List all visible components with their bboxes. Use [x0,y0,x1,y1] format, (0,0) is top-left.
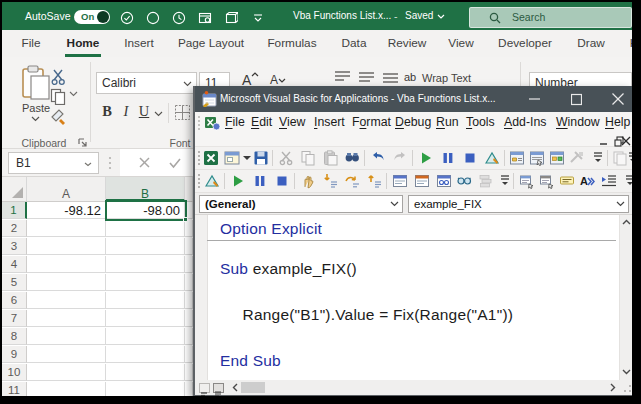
procedure-view-button[interactable] [199,383,210,393]
vba-maximize-button[interactable] [561,86,591,112]
cell-A6[interactable] [27,292,106,309]
row-header-4[interactable]: 4 [2,256,27,273]
tab-file[interactable]: File [16,30,46,57]
cell-C3[interactable] [185,238,193,255]
redo-button-icon[interactable] [392,150,408,166]
column-header-a[interactable]: A [27,177,106,201]
quick-watch-button-icon[interactable] [456,173,472,189]
row-header-9[interactable]: 9 [2,346,27,363]
row-header-1[interactable]: 1 [2,202,27,219]
cell-A2[interactable] [27,220,106,237]
cell-B8[interactable] [106,328,185,345]
vba-menu-insert[interactable]: Insert [314,112,345,133]
align-middle-icon[interactable] [358,70,376,86]
cell-C10[interactable] [185,364,193,381]
insert-userform-button-icon[interactable] [224,150,240,166]
indent-button-icon[interactable] [601,173,617,189]
horizontal-scroll-thumb[interactable] [241,382,265,393]
locals-window-button-icon[interactable] [392,173,408,189]
vba-menu-file[interactable]: File [225,112,245,133]
cell-C8[interactable] [185,328,193,345]
cell-B10[interactable] [106,364,185,381]
column-header-partial[interactable] [185,177,193,201]
cell-C5[interactable] [185,274,193,291]
step-into-button-icon[interactable] [322,173,338,189]
wrap-text-button[interactable]: Wrap Text [422,72,471,84]
cell-B7[interactable] [106,310,185,327]
break-button-icon[interactable] [252,173,268,189]
reset-button-icon[interactable] [462,150,478,166]
cell-C4[interactable] [185,256,193,273]
cell-B6[interactable] [106,292,185,309]
code-window-close-button[interactable] [618,133,633,146]
toggle-breakpoint-button-icon[interactable] [300,173,316,189]
format-painter-icon[interactable] [50,107,70,127]
reset-button-icon[interactable] [274,173,290,189]
vba-menu-debug[interactable]: Debug [395,112,431,133]
vba-minimize-button[interactable] [519,86,549,112]
fill-handle[interactable] [183,217,188,222]
name-box[interactable]: B1 [8,152,99,174]
tab-review[interactable]: Review [383,30,431,57]
toolbox-button-icon[interactable] [569,150,585,166]
tab-draw[interactable]: Draw [571,30,611,57]
check-circle-icon[interactable] [120,11,134,25]
customize-toolbar-chevron-icon[interactable] [251,11,265,25]
vba-menu-format[interactable]: Format [352,112,391,133]
cell-A8[interactable] [27,328,106,345]
cell-C6[interactable] [185,292,193,309]
formula-input[interactable] [120,149,193,176]
undo-button-icon[interactable] [370,150,386,166]
align-top-icon[interactable] [334,70,352,86]
cell-A9[interactable] [27,346,106,363]
cell-A4[interactable] [27,256,106,273]
find-button-icon[interactable] [344,150,360,166]
select-all-button[interactable] [2,177,27,201]
run-button-icon[interactable] [418,150,434,166]
watch-window-button-icon[interactable] [436,173,452,189]
call-stack-button-icon[interactable] [478,173,494,189]
full-module-view-button[interactable] [213,383,224,393]
toolbar-options-button-icon[interactable] [498,173,514,189]
clock-icon[interactable] [172,11,186,25]
code-line-0[interactable]: Option Explicit [220,217,616,240]
enter-icon[interactable] [167,155,182,170]
vertical-scrollbar[interactable] [619,215,632,380]
save-button-icon[interactable] [253,150,269,166]
font-name-combobox[interactable]: Calibri [96,72,197,94]
properties-window-button-icon[interactable] [529,150,545,166]
cell-A5[interactable] [27,274,106,291]
vba-menu-help[interactable]: Help [605,112,630,133]
toolbar-grip-icon[interactable] [197,150,201,167]
cell-C7[interactable] [185,310,193,327]
align-bottom-icon[interactable] [382,70,400,86]
scroll-right-button[interactable] [606,380,619,395]
scroll-left-button[interactable] [228,380,241,395]
cell-A7[interactable] [27,310,106,327]
step-over-button-icon[interactable] [344,173,360,189]
cell-A3[interactable] [27,238,106,255]
code-line-3[interactable] [220,280,616,303]
italic-button[interactable]: I [117,103,135,120]
underline-dropdown-icon[interactable] [154,111,163,117]
autosave-toggle[interactable]: On [74,10,110,24]
list-properties-button-icon[interactable] [519,173,535,189]
cut-button-icon[interactable] [278,150,294,166]
tab-insert[interactable]: Insert [117,30,161,57]
immediate-window-button-icon[interactable] [414,173,430,189]
underline-button[interactable]: U [135,103,153,120]
row-header-5[interactable]: 5 [2,274,27,291]
tab-data[interactable]: Data [335,30,373,57]
tab-page-layout[interactable]: Page Layout [174,30,248,57]
object-browser-button-icon[interactable] [549,150,565,166]
cancel-icon[interactable] [137,155,152,170]
procedure-dropdown[interactable]: example_FIX [408,195,629,213]
copy-dropdown-icon[interactable] [69,91,78,97]
cell-C9[interactable] [185,346,193,363]
name-box-dropdown-icon[interactable] [84,162,92,167]
horizontal-scrollbar[interactable] [195,380,632,395]
code-line-4[interactable]: Range("B1").Value = Fix(Range("A1")) [220,303,616,326]
cell-A1[interactable]: -98.12 [27,202,106,219]
clipboard-dialog-launcher-icon[interactable] [78,138,88,148]
window-settings-icon[interactable] [198,11,212,25]
